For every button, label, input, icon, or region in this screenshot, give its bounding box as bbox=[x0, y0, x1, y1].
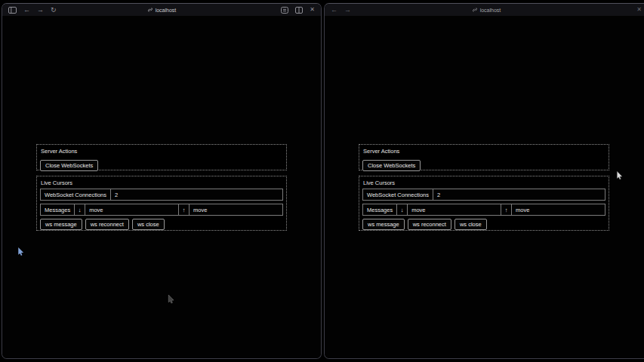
back-icon[interactable]: ← bbox=[23, 7, 30, 14]
address-title: localhost bbox=[325, 4, 644, 16]
tab-overview-icon[interactable] bbox=[295, 7, 303, 14]
page-title: localhost bbox=[480, 8, 501, 13]
connections-value: 2 bbox=[110, 189, 282, 200]
page-settings-icon[interactable] bbox=[281, 7, 288, 14]
connections-row: WebSocket Connections 2 bbox=[40, 189, 283, 201]
toolbar-right: ✕ bbox=[281, 7, 315, 14]
toolbar-left: ← → bbox=[331, 7, 351, 14]
titlebar: ← → localhost ✕ bbox=[325, 4, 644, 16]
server-actions-title: Server Actions bbox=[41, 148, 283, 155]
close-icon[interactable]: ✕ bbox=[310, 7, 315, 13]
incoming-message-value: move bbox=[407, 204, 501, 215]
ws-message-button[interactable]: ws message bbox=[40, 219, 82, 230]
close-icon[interactable]: ✕ bbox=[636, 7, 642, 13]
close-websockets-button[interactable]: Close WebSockets bbox=[362, 160, 421, 171]
reload-icon[interactable]: ↻ bbox=[51, 7, 57, 14]
live-cursors-panel: Live Cursors WebSocket Connections 2 Mes… bbox=[359, 176, 609, 231]
page-content: Server Actions Close WebSockets Live Cur… bbox=[2, 16, 321, 358]
toolbar-left: ← → ↻ bbox=[8, 7, 57, 14]
live-cursors-title: Live Cursors bbox=[41, 179, 283, 186]
ws-buttons-row: ws message ws reconnect ws close bbox=[40, 219, 283, 230]
incoming-message-value: move bbox=[85, 204, 178, 215]
server-actions-panel: Server Actions Close WebSockets bbox=[359, 144, 609, 170]
arrow-up-icon: ↑ bbox=[501, 204, 511, 215]
messages-label: Messages bbox=[363, 204, 396, 215]
messages-label: Messages bbox=[41, 204, 74, 215]
connections-label: WebSocket Connections bbox=[41, 189, 110, 200]
connections-value: 2 bbox=[433, 189, 605, 200]
outgoing-message-value: move bbox=[511, 204, 605, 215]
server-actions-panel: Server Actions Close WebSockets bbox=[36, 144, 287, 170]
browser-window-left: ← → ↻ localhost ✕ Server Actions bbox=[2, 3, 322, 359]
link-icon bbox=[147, 7, 153, 13]
live-cursors-title: Live Cursors bbox=[363, 179, 605, 186]
outgoing-message-value: move bbox=[189, 204, 282, 215]
ws-reconnect-button[interactable]: ws reconnect bbox=[408, 219, 451, 230]
forward-icon[interactable]: → bbox=[344, 7, 351, 14]
arrow-down-icon: ↓ bbox=[396, 204, 407, 215]
ws-reconnect-button[interactable]: ws reconnect bbox=[85, 219, 129, 230]
sidebar-toggle-icon[interactable] bbox=[8, 7, 17, 14]
forward-icon[interactable]: → bbox=[37, 7, 44, 14]
ws-close-button[interactable]: ws close bbox=[454, 219, 487, 230]
arrow-up-icon: ↑ bbox=[178, 204, 189, 215]
ws-message-button[interactable]: ws message bbox=[362, 219, 405, 230]
connections-row: WebSocket Connections 2 bbox=[362, 189, 605, 201]
arrow-down-icon: ↓ bbox=[74, 204, 85, 215]
connections-label: WebSocket Connections bbox=[363, 189, 433, 200]
page-content: Server Actions Close WebSockets Live Cur… bbox=[325, 16, 644, 358]
close-websockets-button[interactable]: Close WebSockets bbox=[40, 160, 98, 171]
ws-close-button[interactable]: ws close bbox=[132, 219, 165, 230]
messages-row: Messages ↓ move ↑ move bbox=[362, 204, 605, 216]
back-icon[interactable]: ← bbox=[331, 7, 337, 14]
ws-buttons-row: ws message ws reconnect ws close bbox=[362, 219, 605, 230]
page-title: localhost bbox=[156, 8, 177, 13]
link-icon bbox=[472, 7, 478, 13]
toolbar-right: ✕ bbox=[636, 7, 642, 13]
server-actions-title: Server Actions bbox=[363, 148, 605, 155]
messages-row: Messages ↓ move ↑ move bbox=[40, 204, 283, 216]
browser-window-right: ← → localhost ✕ Server Actions Close Web… bbox=[324, 3, 644, 359]
titlebar: ← → ↻ localhost ✕ bbox=[2, 4, 321, 16]
live-cursors-panel: Live Cursors WebSocket Connections 2 Mes… bbox=[36, 176, 287, 231]
